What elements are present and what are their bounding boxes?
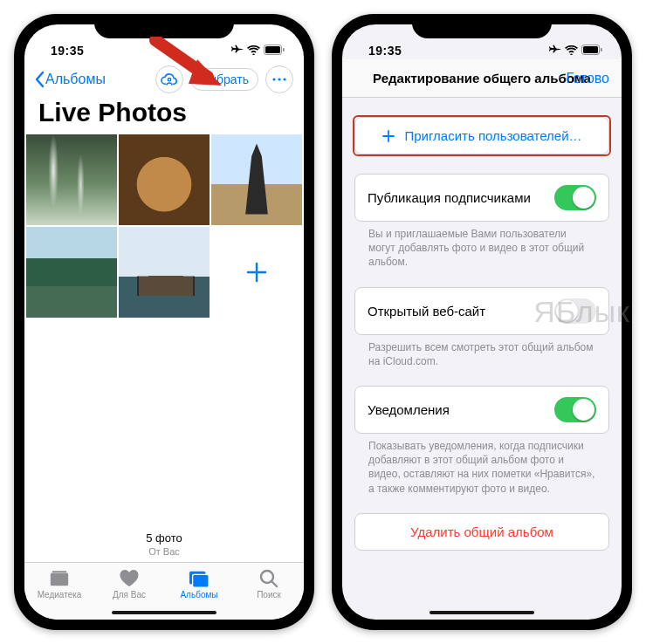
public-website-row[interactable]: Открытый веб-сайт (355, 288, 608, 334)
photo-thumb[interactable] (211, 134, 302, 225)
row-hint: Разрешить всем смотреть этот общий альбо… (354, 335, 609, 368)
chevron-left-icon (35, 71, 45, 88)
more-button[interactable] (265, 65, 293, 93)
notch (412, 14, 552, 38)
status-time: 19:35 (368, 44, 402, 58)
delete-label: Удалить общий альбом (410, 524, 553, 539)
cloud-person-icon (161, 72, 178, 86)
svg-rect-14 (601, 48, 602, 51)
photo-grid (24, 134, 304, 318)
photo-thumb[interactable] (119, 227, 210, 318)
delete-album-button[interactable]: Удалить общий альбом (355, 514, 608, 550)
svg-rect-7 (51, 573, 68, 586)
tab-label: Альбомы (180, 590, 217, 599)
search-icon (258, 569, 279, 588)
done-button[interactable]: Готово (567, 71, 609, 86)
airplane-icon (549, 44, 561, 58)
photo-from: От Вас (24, 546, 304, 562)
svg-point-5 (278, 78, 280, 80)
airplane-icon (231, 44, 244, 58)
invite-label: Пригласить пользователей… (404, 128, 581, 143)
select-button[interactable]: Выбрать (190, 68, 258, 91)
svg-rect-8 (52, 571, 67, 572)
tab-foryou[interactable]: Для Вас (94, 563, 164, 606)
photo-thumb[interactable] (26, 227, 117, 318)
plus-icon (381, 129, 395, 143)
ellipsis-icon (271, 78, 287, 81)
svg-rect-10 (193, 574, 209, 587)
svg-rect-1 (265, 46, 280, 53)
back-button[interactable]: Альбомы (35, 71, 106, 88)
notifications-toggle[interactable] (554, 397, 596, 422)
svg-point-6 (283, 78, 285, 80)
albums-icon (189, 569, 210, 588)
tab-library[interactable]: Медиатека (24, 563, 94, 606)
invite-users-button[interactable]: Пригласить пользователей… (355, 118, 608, 154)
row-label: Уведомления (368, 402, 450, 417)
page-title: Live Photos (24, 98, 304, 134)
screen-right: 19:35 Редактирование общего альбома Гото… (342, 24, 622, 620)
foryou-icon (119, 569, 140, 588)
status-time: 19:35 (51, 44, 84, 58)
notifications-row[interactable]: Уведомления (355, 387, 608, 433)
row-hint: Вы и приглашаемые Вами пользователи могу… (354, 222, 609, 270)
public-website-toggle[interactable] (554, 298, 596, 324)
photo-count: 5 фото (24, 531, 304, 546)
tab-search[interactable]: Поиск (234, 563, 304, 606)
share-cloud-button[interactable] (155, 65, 183, 93)
tab-albums[interactable]: Альбомы (164, 563, 234, 606)
nav-bar: Альбомы Выбрать (24, 59, 304, 98)
plus-icon (245, 261, 268, 284)
home-indicator[interactable] (430, 611, 534, 614)
row-label: Публикация подписчиками (368, 190, 531, 205)
nav-bar: Редактирование общего альбома Готово (342, 59, 622, 98)
wifi-icon (247, 44, 260, 58)
svg-rect-2 (283, 48, 285, 51)
photo-thumb[interactable] (26, 134, 117, 225)
subscribers-post-row[interactable]: Публикация подписчиками (355, 175, 608, 221)
annotation-highlight: Пригласить пользователей… (353, 115, 611, 156)
wifi-icon (565, 44, 578, 58)
battery-icon (581, 44, 602, 58)
row-label: Открытый веб-сайт (368, 304, 485, 319)
svg-rect-13 (583, 46, 598, 53)
subscribers-post-toggle[interactable] (554, 185, 596, 210)
library-icon (49, 569, 70, 588)
phone-right-frame: 19:35 Редактирование общего альбома Гото… (332, 14, 632, 630)
battery-icon (264, 44, 285, 58)
svg-point-3 (168, 79, 170, 81)
photo-thumb[interactable] (119, 134, 210, 225)
notch (94, 14, 234, 38)
tab-label: Поиск (257, 590, 281, 599)
nav-title: Редактирование общего альбома (373, 71, 591, 86)
add-photo-button[interactable] (211, 227, 302, 318)
svg-point-4 (272, 78, 275, 80)
select-label: Выбрать (200, 72, 249, 86)
back-label: Альбомы (45, 72, 106, 87)
home-indicator[interactable] (112, 611, 216, 614)
screen-left: 19:35 Альбомы (24, 24, 304, 620)
tab-label: Для Вас (113, 590, 146, 599)
row-hint: Показывать уведомления, когда подписчики… (354, 434, 609, 496)
tab-label: Медиатека (38, 590, 82, 599)
phone-left-frame: 19:35 Альбомы (14, 14, 314, 630)
